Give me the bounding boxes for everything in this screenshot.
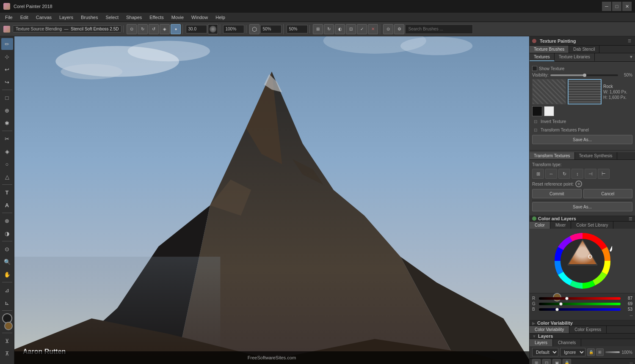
tool-text[interactable]: T bbox=[1, 186, 13, 198]
refpoint-icon[interactable]: ✤ bbox=[575, 181, 582, 187]
tab-transform-textures[interactable]: Transform Textures bbox=[530, 152, 575, 159]
media-manager-button[interactable]: ⊙ bbox=[383, 24, 393, 34]
b-thumb[interactable] bbox=[555, 308, 559, 311]
tool-shape[interactable]: ○ bbox=[1, 158, 13, 170]
tab-color-set[interactable]: Color Set Library bbox=[571, 222, 613, 229]
tab-dab-stencil[interactable]: Dab Stencil bbox=[569, 46, 599, 53]
layer-lock-btn[interactable]: 🔒 bbox=[587, 348, 595, 356]
tt-scale-btn[interactable]: ⊞ bbox=[532, 169, 544, 179]
tool-extra-2[interactable]: ⊼ bbox=[1, 348, 13, 359]
tt-flip-h-btn[interactable]: ↔ bbox=[545, 169, 557, 179]
action-4-button[interactable]: ⊡ bbox=[346, 24, 356, 34]
menu-movie[interactable]: Movie bbox=[168, 14, 187, 21]
layer-new-btn[interactable]: ⊞ bbox=[596, 348, 604, 356]
texture-swatch-black[interactable] bbox=[532, 106, 542, 116]
menu-canvas[interactable]: Canvas bbox=[33, 14, 55, 21]
menu-file[interactable]: File bbox=[2, 14, 16, 21]
tab-color[interactable]: Color bbox=[530, 222, 550, 229]
tool-pan[interactable]: ✋ bbox=[1, 268, 13, 280]
tool-fill[interactable]: ⊗ bbox=[1, 215, 13, 227]
settings-button[interactable]: ⚙ bbox=[394, 24, 404, 34]
g-slider[interactable] bbox=[539, 303, 621, 305]
layers-tab-layers[interactable]: Layers bbox=[530, 339, 553, 346]
layers-tab-channels[interactable]: Channels bbox=[553, 339, 581, 346]
color-wheel[interactable] bbox=[553, 231, 612, 290]
layer-opacity-slider[interactable] bbox=[605, 351, 620, 353]
show-texture-checkbox[interactable] bbox=[532, 66, 537, 71]
tool-crop[interactable]: ✂ bbox=[1, 133, 13, 145]
composite-dropdown[interactable]: Ignore bbox=[560, 348, 585, 356]
tool-smear[interactable]: ⊿ bbox=[1, 284, 13, 296]
layer-merge-btn[interactable]: ▣ bbox=[552, 359, 561, 364]
close-button[interactable]: ✕ bbox=[622, 2, 632, 11]
panel-menu-icon[interactable]: ☰ bbox=[627, 38, 632, 44]
tool-select-magic[interactable]: ✱ bbox=[1, 117, 13, 129]
tab-texture-synthesis[interactable]: Texture Synthesis bbox=[575, 152, 617, 159]
blend2-input[interactable] bbox=[287, 25, 308, 33]
texture-thumb-1[interactable] bbox=[532, 79, 566, 104]
layer-lock-all-btn[interactable]: 🔒 bbox=[563, 359, 571, 364]
color-layers-menu-icon[interactable]: ☰ bbox=[629, 216, 632, 221]
menu-select[interactable]: Select bbox=[102, 14, 122, 21]
menu-edit[interactable]: Edit bbox=[17, 14, 32, 21]
brush-type-1-button[interactable]: ⊙ bbox=[127, 24, 137, 34]
action-5-button[interactable]: ✓ bbox=[357, 24, 367, 34]
tool-brush[interactable]: ✏ bbox=[1, 38, 13, 50]
tool-pen[interactable]: △ bbox=[1, 171, 13, 183]
rgb-options[interactable]: ··· bbox=[532, 312, 632, 318]
layer-add-group-btn[interactable]: ⊞ bbox=[532, 359, 541, 364]
tab-mixer[interactable]: Mixer bbox=[550, 222, 571, 229]
color-variability-header[interactable]: ▶ Color Variability bbox=[530, 320, 635, 326]
tt-flip-v-btn[interactable]: ↕ bbox=[572, 169, 583, 179]
visibility-thumb[interactable] bbox=[583, 74, 586, 77]
subtab-libraries[interactable]: Texture Libraries bbox=[555, 53, 595, 61]
subtab-textures[interactable]: Textures bbox=[530, 53, 555, 61]
save-as-button-1[interactable]: Save As... bbox=[532, 135, 632, 144]
visibility-slider[interactable] bbox=[550, 74, 618, 76]
tool-eraser[interactable]: ⊹ bbox=[1, 51, 13, 63]
brush-mode-button[interactable]: ◈ bbox=[160, 24, 170, 34]
texture-thumb-2[interactable] bbox=[568, 79, 602, 104]
action-3-button[interactable]: ◐ bbox=[335, 24, 345, 34]
maximize-button[interactable]: □ bbox=[612, 2, 621, 11]
blend-mode-dropdown[interactable]: Default bbox=[532, 348, 558, 356]
r-thumb[interactable] bbox=[565, 297, 569, 300]
brush-rotate-button[interactable]: ↻ bbox=[138, 24, 148, 34]
minimize-button[interactable]: ─ bbox=[602, 2, 611, 11]
menu-effects[interactable]: Effects bbox=[146, 14, 167, 21]
tool-select-rect[interactable]: □ bbox=[1, 92, 13, 104]
tool-type[interactable]: A bbox=[1, 199, 13, 211]
tool-extra-1[interactable]: ⊻ bbox=[1, 335, 13, 347]
tool-redo[interactable]: ↪ bbox=[1, 76, 13, 88]
tool-dodge[interactable]: ⊾ bbox=[1, 297, 13, 309]
blend-input[interactable] bbox=[260, 25, 282, 33]
canvas-area[interactable]: Aaron Rutten FreeSoftwareSites.com bbox=[14, 36, 529, 364]
opacity-input[interactable] bbox=[223, 25, 244, 33]
cancel-button[interactable]: Cancel bbox=[583, 189, 633, 198]
tool-zoom[interactable]: 🔍 bbox=[1, 256, 13, 268]
brush-flip-button[interactable]: ↺ bbox=[149, 24, 159, 34]
tool-select-lasso[interactable]: ⊕ bbox=[1, 104, 13, 116]
tt-skew-btn[interactable]: ⊢ bbox=[598, 169, 610, 179]
layer-duplicate-btn[interactable]: ⊡ bbox=[542, 359, 551, 364]
tool-transform[interactable]: ◈ bbox=[1, 145, 13, 157]
g-thumb[interactable] bbox=[559, 302, 563, 306]
tool-eyedropper[interactable]: ⊙ bbox=[1, 243, 13, 255]
texture-swatch-white[interactable] bbox=[544, 106, 554, 116]
tt-mirror-btn[interactable]: ⊣ bbox=[585, 169, 596, 179]
save-as-button-2[interactable]: Save As... bbox=[532, 202, 632, 211]
action-cancel-button[interactable]: ✕ bbox=[368, 24, 378, 34]
blend-icon[interactable]: ⬡ bbox=[249, 24, 260, 34]
tt-rotate-btn[interactable]: ↻ bbox=[558, 169, 570, 179]
r-slider[interactable] bbox=[539, 297, 621, 300]
cv-tab-express[interactable]: Color Express bbox=[569, 326, 607, 333]
background-color[interactable] bbox=[4, 322, 13, 330]
menu-help[interactable]: Help bbox=[212, 14, 229, 21]
layers-more-icon[interactable]: ··· bbox=[629, 360, 632, 364]
brush-size-input[interactable] bbox=[186, 25, 207, 33]
commit-button[interactable]: Commit bbox=[532, 189, 582, 198]
tab-texture-brushes[interactable]: Texture Brushes bbox=[530, 46, 569, 53]
menu-shapes[interactable]: Shapes bbox=[123, 14, 145, 21]
search-brushes-input[interactable] bbox=[405, 25, 473, 34]
brush-shape-button[interactable]: ● bbox=[171, 24, 181, 34]
